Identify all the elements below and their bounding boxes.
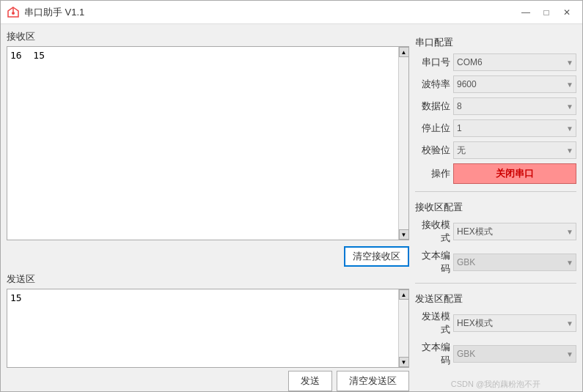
right-panel: 串口配置 串口号 COM6 ▼ 波特率 9600 115200 ▼ bbox=[415, 30, 576, 391]
send-scroll-down-btn[interactable]: ▼ bbox=[399, 357, 409, 367]
main-window: 串口助手 V1.1 — □ ✕ 接收区 16 15 ▲ ▼ bbox=[0, 0, 583, 392]
svg-point-2 bbox=[12, 12, 15, 15]
divider-1 bbox=[415, 191, 576, 192]
receive-mode-select[interactable]: HEX模式 ASCII模式 bbox=[453, 223, 576, 240]
receive-textarea[interactable]: 16 15 bbox=[7, 47, 398, 240]
receive-area-box: 16 15 ▲ ▼ bbox=[7, 46, 409, 240]
stopbits-label: 停止位 bbox=[415, 122, 450, 135]
receive-encoding-select-wrapper[interactable]: GBK UTF-8 ▼ bbox=[453, 254, 576, 271]
baud-row: 波特率 9600 115200 ▼ bbox=[415, 75, 576, 93]
app-icon bbox=[7, 6, 20, 19]
port-select-wrapper[interactable]: COM6 ▼ bbox=[453, 53, 576, 71]
serial-config-title: 串口配置 bbox=[415, 36, 576, 49]
receive-encoding-row: 文本编码 GBK UTF-8 ▼ bbox=[415, 249, 576, 275]
operation-label: 操作 bbox=[415, 167, 450, 180]
title-controls: — □ ✕ bbox=[516, 4, 576, 21]
send-section: 发送区 15 ▲ ▼ 发送 清空发送区 bbox=[7, 273, 409, 391]
parity-label: 校验位 bbox=[415, 144, 450, 157]
send-section-title: 发送区 bbox=[7, 273, 409, 286]
send-encoding-row: 文本编码 GBK UTF-8 ▼ bbox=[415, 341, 576, 367]
send-buttons: 发送 清空发送区 bbox=[7, 371, 409, 391]
send-mode-select[interactable]: HEX模式 ASCII模式 bbox=[453, 314, 576, 332]
send-area-box: 15 ▲ ▼ bbox=[7, 289, 409, 368]
minimize-button[interactable]: — bbox=[516, 4, 535, 21]
databits-select[interactable]: 8 bbox=[453, 97, 576, 115]
receive-encoding-select[interactable]: GBK UTF-8 bbox=[453, 254, 576, 271]
parity-select[interactable]: 无 bbox=[453, 141, 576, 159]
title-bar-left: 串口助手 V1.1 bbox=[7, 6, 84, 19]
port-label: 串口号 bbox=[415, 56, 450, 69]
receive-section: 接收区 16 15 ▲ ▼ 清空接收区 bbox=[7, 30, 409, 267]
receive-config-title: 接收区配置 bbox=[415, 201, 576, 214]
baud-select-wrapper[interactable]: 9600 115200 ▼ bbox=[453, 75, 576, 93]
port-row: 串口号 COM6 ▼ bbox=[415, 53, 576, 71]
receive-encoding-label: 文本编码 bbox=[415, 249, 450, 275]
scroll-up-btn[interactable]: ▲ bbox=[399, 47, 409, 57]
send-encoding-select-wrapper[interactable]: GBK UTF-8 ▼ bbox=[453, 345, 576, 363]
divider-2 bbox=[415, 283, 576, 284]
send-textarea[interactable]: 15 bbox=[7, 289, 398, 367]
databits-select-wrapper[interactable]: 8 ▼ bbox=[453, 97, 576, 115]
send-config-title: 发送区配置 bbox=[415, 292, 576, 306]
operation-row: 操作 关闭串口 bbox=[415, 163, 576, 184]
watermark: CSDN @我的藕粉泡不开 bbox=[415, 377, 576, 391]
baud-select[interactable]: 9600 115200 bbox=[453, 75, 576, 93]
clear-receive-button[interactable]: 清空接收区 bbox=[344, 246, 409, 267]
restore-button[interactable]: □ bbox=[537, 4, 556, 21]
send-encoding-label: 文本编码 bbox=[415, 341, 450, 367]
clear-send-button[interactable]: 清空发送区 bbox=[337, 371, 409, 391]
parity-select-wrapper[interactable]: 无 ▼ bbox=[453, 141, 576, 159]
send-mode-select-wrapper[interactable]: HEX模式 ASCII模式 ▼ bbox=[453, 314, 576, 332]
receive-mode-select-wrapper[interactable]: HEX模式 ASCII模式 ▼ bbox=[453, 223, 576, 240]
stopbits-row: 停止位 1 ▼ bbox=[415, 119, 576, 137]
receive-scrollbar[interactable]: ▲ ▼ bbox=[398, 47, 408, 240]
send-encoding-select[interactable]: GBK UTF-8 bbox=[453, 345, 576, 363]
baud-label: 波特率 bbox=[415, 78, 450, 91]
title-bar: 串口助手 V1.1 — □ ✕ bbox=[1, 1, 582, 24]
send-mode-row: 发送模式 HEX模式 ASCII模式 ▼ bbox=[415, 310, 576, 336]
close-port-button[interactable]: 关闭串口 bbox=[453, 163, 576, 184]
databits-row: 数据位 8 ▼ bbox=[415, 97, 576, 115]
send-scrollbar[interactable]: ▲ ▼ bbox=[398, 289, 408, 367]
stopbits-select-wrapper[interactable]: 1 ▼ bbox=[453, 119, 576, 137]
receive-section-title: 接收区 bbox=[7, 30, 409, 43]
main-content: 接收区 16 15 ▲ ▼ 清空接收区 发送区 15 bbox=[1, 24, 582, 392]
receive-mode-label: 接收模式 bbox=[415, 218, 450, 245]
left-panel: 接收区 16 15 ▲ ▼ 清空接收区 发送区 15 bbox=[7, 30, 409, 391]
databits-label: 数据位 bbox=[415, 100, 450, 113]
title-text: 串口助手 V1.1 bbox=[24, 6, 84, 19]
send-button[interactable]: 发送 bbox=[288, 371, 332, 391]
send-mode-label: 发送模式 bbox=[415, 310, 450, 336]
stopbits-select[interactable]: 1 bbox=[453, 119, 576, 137]
receive-mode-row: 接收模式 HEX模式 ASCII模式 ▼ bbox=[415, 218, 576, 245]
close-button[interactable]: ✕ bbox=[557, 4, 576, 21]
scroll-down-btn[interactable]: ▼ bbox=[399, 229, 409, 240]
send-scroll-up-btn[interactable]: ▲ bbox=[399, 289, 409, 300]
port-select[interactable]: COM6 bbox=[453, 53, 576, 71]
parity-row: 校验位 无 ▼ bbox=[415, 141, 576, 159]
